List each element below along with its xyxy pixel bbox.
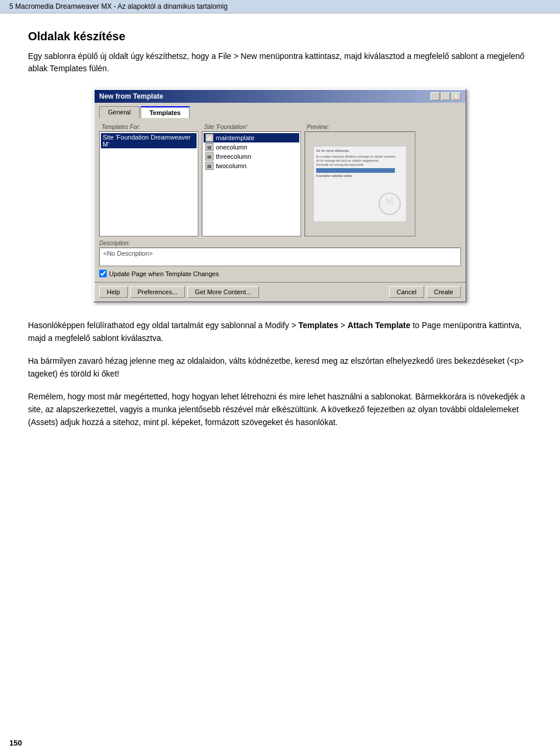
preview-content: Az ön neve időpontja Ez a sablon tartalm…	[313, 146, 407, 222]
dialog-screenshot: New from Template _ □ ✕ General Template…	[28, 89, 532, 302]
tab-templates[interactable]: Templates	[141, 106, 190, 118]
list-item-label: maintemplate	[216, 134, 254, 141]
preview-label: Preview:	[304, 123, 415, 131]
dialog-tabs: General Templates	[94, 103, 466, 118]
site-label: Site 'Foundation'	[202, 123, 301, 131]
preview-logo-icon: M	[378, 192, 401, 215]
footer-bar: 150	[0, 734, 560, 752]
content-area: Oldalak készítése Egy sablonra épülő új …	[0, 13, 560, 462]
update-page-label: Update Page when Template Changes	[109, 270, 219, 277]
page-number: 150	[9, 739, 22, 747]
list-item-label: twocolumn	[216, 162, 247, 169]
create-button[interactable]: Create	[426, 286, 461, 298]
list-item[interactable]: ▤ onecolumn	[204, 142, 299, 152]
dialog-panels: Templates For: Site 'Foundation Dreamwea…	[99, 123, 461, 236]
update-page-checkbox-row: Update Page when Template Changes	[99, 270, 461, 277]
description-box: <No Description>	[99, 248, 461, 266]
help-button[interactable]: Help	[99, 286, 128, 298]
templates-for-panel: Templates For: Site 'Foundation Dreamwea…	[99, 123, 198, 236]
preview-panel: Preview: Az ön neve időpontja Ez a sablo…	[304, 123, 415, 236]
paragraph-1: Hasonlóképpen felülírathatod egy oldal t…	[28, 319, 532, 345]
p1-templates: Templates	[298, 321, 338, 330]
template-icon: ▤	[205, 152, 214, 161]
list-item-label: Site 'Foundation Dreamweaver M'	[103, 134, 195, 148]
section-title: Oldalak készítése	[28, 30, 532, 43]
maximize-button[interactable]: □	[441, 92, 450, 100]
dialog-title-text: New from Template	[99, 92, 163, 100]
site-panel: Site 'Foundation' ▤ maintemplate ▤ oneco…	[202, 123, 301, 236]
dialog-title-bar: New from Template _ □ ✕	[94, 90, 466, 103]
preferences-button[interactable]: Preferences...	[130, 286, 185, 298]
list-item-label: threecolumn	[216, 153, 251, 160]
tab-general[interactable]: General	[99, 106, 139, 118]
intro-paragraph: Egy sablonra épülő új oldalt úgy készíth…	[28, 50, 532, 75]
preview-highlight-bar	[316, 168, 395, 173]
chapter-title: 5 Macromedia Dreamweaver MX - Az alapokt…	[9, 2, 228, 11]
preview-inner: Az ön neve időpontja Ez a sablon tartalm…	[314, 147, 406, 180]
close-button[interactable]: ✕	[452, 92, 461, 100]
paragraph-2: Ha bármilyen zavaró hézag jelenne meg az…	[28, 354, 532, 381]
p1-attach: Attach Template	[348, 321, 411, 330]
chapter-header: 5 Macromedia Dreamweaver MX - Az alapokt…	[0, 0, 560, 13]
template-icon: ▤	[205, 134, 214, 142]
list-item-label: onecolumn	[216, 144, 247, 151]
dialog-body: Templates For: Site 'Foundation Dreamwea…	[94, 118, 466, 282]
description-value: <No Description>	[103, 250, 153, 257]
template-icon: ▤	[205, 162, 214, 170]
p1-prefix: Hasonlóképpen felülírathatod egy oldal t…	[28, 321, 296, 330]
minimize-button[interactable]: _	[430, 92, 440, 100]
update-page-checkbox[interactable]	[99, 270, 107, 277]
paragraph-3: Remélem, hogy most már megértetted, hogy…	[28, 390, 532, 429]
get-more-content-button[interactable]: Get More Content...	[187, 286, 259, 298]
description-section: Description: <No Description>	[99, 240, 461, 266]
template-icon: ▤	[205, 143, 214, 151]
dialog-box: New from Template _ □ ✕ General Template…	[93, 89, 467, 302]
p1-separator: >	[341, 321, 348, 330]
templates-for-label: Templates For:	[99, 123, 198, 131]
dialog-footer: Help Preferences... Get More Content... …	[94, 282, 466, 301]
site-list[interactable]: ▤ maintemplate ▤ onecolumn ▤ threecolumn	[202, 131, 301, 236]
list-item[interactable]: ▤ twocolumn	[204, 161, 299, 170]
description-label: Description:	[99, 240, 461, 246]
dialog-title-buttons: _ □ ✕	[430, 92, 461, 100]
footer-right-buttons: Cancel Create	[389, 286, 461, 298]
list-item[interactable]: Site 'Foundation Dreamweaver M'	[101, 133, 197, 148]
templates-for-list[interactable]: Site 'Foundation Dreamweaver M'	[99, 131, 198, 236]
list-item[interactable]: ▤ threecolumn	[204, 152, 299, 161]
cancel-button[interactable]: Cancel	[389, 286, 424, 298]
footer-left-buttons: Help Preferences... Get More Content...	[99, 286, 259, 298]
list-item[interactable]: ▤ maintemplate	[204, 133, 299, 142]
svg-text:M: M	[386, 197, 393, 207]
preview-box: Az ön neve időpontja Ez a sablon tartalm…	[304, 131, 415, 236]
